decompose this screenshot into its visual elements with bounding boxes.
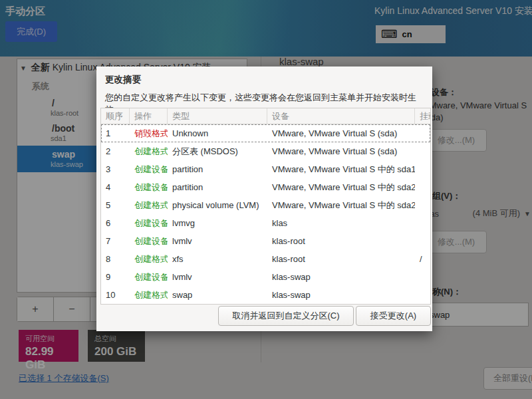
table-row[interactable]: 10 创建格式 swap klas-swap xyxy=(101,286,430,304)
cell-action: 销毁格式 xyxy=(130,124,168,142)
cell-mountpoint xyxy=(415,286,430,304)
cell-type: partition xyxy=(168,160,267,178)
cell-mountpoint xyxy=(415,124,430,142)
cell-device: VMware, VMware Virtual S 中的 sda2 xyxy=(267,196,415,214)
cell-mountpoint xyxy=(415,196,430,214)
cell-action: 创建格式 xyxy=(130,196,168,214)
table-row[interactable]: 2 创建格式 分区表 (MSDOS) VMware, VMware Virtua… xyxy=(101,142,430,160)
cell-mountpoint xyxy=(415,214,430,232)
cell-mountpoint xyxy=(415,160,430,178)
cell-type: lvmlv xyxy=(168,232,267,250)
cell-mountpoint xyxy=(415,268,430,286)
cancel-return-button[interactable]: 取消并返回到自定义分区(C) xyxy=(218,306,354,326)
cell-action: 创建设备 xyxy=(130,214,168,232)
cell-device: klas-swap xyxy=(267,268,415,286)
cell-order: 9 xyxy=(101,268,130,286)
cell-action: 创建设备 xyxy=(130,268,168,286)
column-header-type[interactable]: 类型 xyxy=(168,108,267,124)
cell-action: 创建格式 xyxy=(130,286,168,304)
cell-type: physical volume (LVM) xyxy=(168,196,267,214)
column-header-order[interactable]: 顺序 xyxy=(101,108,130,124)
cell-type: lvmvg xyxy=(168,214,267,232)
cell-type: xfs xyxy=(168,250,267,268)
cell-mountpoint: / xyxy=(415,250,430,268)
changes-table: 顺序 操作 类型 设备 挂载点 1 销毁格式 Unknown VMware, V… xyxy=(100,108,431,305)
cell-device: klas xyxy=(267,214,415,232)
cell-order: 5 xyxy=(101,196,130,214)
changes-table-body: 1 销毁格式 Unknown VMware, VMware Virtual S … xyxy=(101,124,430,304)
dialog-title: 更改摘要 xyxy=(105,74,141,86)
cell-device: VMware, VMware Virtual S (sda) xyxy=(267,142,415,160)
cell-device: VMware, VMware Virtual S 中的 sda2 xyxy=(267,178,415,196)
cell-order: 3 xyxy=(101,160,130,178)
column-header-action[interactable]: 操作 xyxy=(130,108,168,124)
column-header-device[interactable]: 设备 xyxy=(267,108,415,124)
cell-mountpoint xyxy=(415,142,430,160)
cell-device: VMware, VMware Virtual S (sda) xyxy=(267,124,415,142)
cell-action: 创建格式 xyxy=(130,142,168,160)
cell-device: VMware, VMware Virtual S 中的 sda1 xyxy=(267,160,415,178)
cell-order: 6 xyxy=(101,214,130,232)
cell-order: 2 xyxy=(101,142,130,160)
cell-device: klas-root xyxy=(267,232,415,250)
cell-order: 8 xyxy=(101,250,130,268)
cell-type: Unknown xyxy=(168,124,267,142)
cell-action: 创建设备 xyxy=(130,160,168,178)
cell-type: swap xyxy=(168,286,267,304)
table-row[interactable]: 3 创建设备 partition VMware, VMware Virtual … xyxy=(101,160,430,178)
cell-action: 创建格式 xyxy=(130,250,168,268)
cell-order: 4 xyxy=(101,178,130,196)
cell-device: klas-root xyxy=(267,250,415,268)
cell-type: partition xyxy=(168,178,267,196)
table-row[interactable]: 1 销毁格式 Unknown VMware, VMware Virtual S … xyxy=(101,124,430,142)
cell-order: 1 xyxy=(101,124,130,142)
installer-window: 手动分区 完成(D) Kylin Linux Advanced Server V… xyxy=(0,0,532,399)
cell-order: 10 xyxy=(101,286,130,304)
table-row[interactable]: 5 创建格式 physical volume (LVM) VMware, VMw… xyxy=(101,196,430,214)
summary-of-changes-dialog: 更改摘要 您的自定义更改将产生以下变更，这些变更将会在您返回到主菜单并开始安装时… xyxy=(96,66,432,331)
cell-type: 分区表 (MSDOS) xyxy=(168,142,267,160)
table-row[interactable]: 9 创建设备 lvmlv klas-swap xyxy=(101,268,430,286)
column-header-mountpoint[interactable]: 挂载点 xyxy=(415,108,430,124)
cell-device: klas-swap xyxy=(267,286,415,304)
cell-mountpoint xyxy=(415,232,430,250)
table-row[interactable]: 8 创建格式 xfs klas-root / xyxy=(101,250,430,268)
table-row[interactable]: 4 创建设备 partition VMware, VMware Virtual … xyxy=(101,178,430,196)
cell-mountpoint xyxy=(415,178,430,196)
table-row[interactable]: 6 创建设备 lvmvg klas xyxy=(101,214,430,232)
cell-action: 创建设备 xyxy=(130,178,168,196)
cell-type: lvmlv xyxy=(168,268,267,286)
cell-action: 创建设备 xyxy=(130,232,168,250)
cell-order: 7 xyxy=(101,232,130,250)
table-row[interactable]: 7 创建设备 lvmlv klas-root xyxy=(101,232,430,250)
accept-changes-button[interactable]: 接受更改(A) xyxy=(356,306,431,326)
changes-table-header: 顺序 操作 类型 设备 挂载点 xyxy=(101,108,430,124)
